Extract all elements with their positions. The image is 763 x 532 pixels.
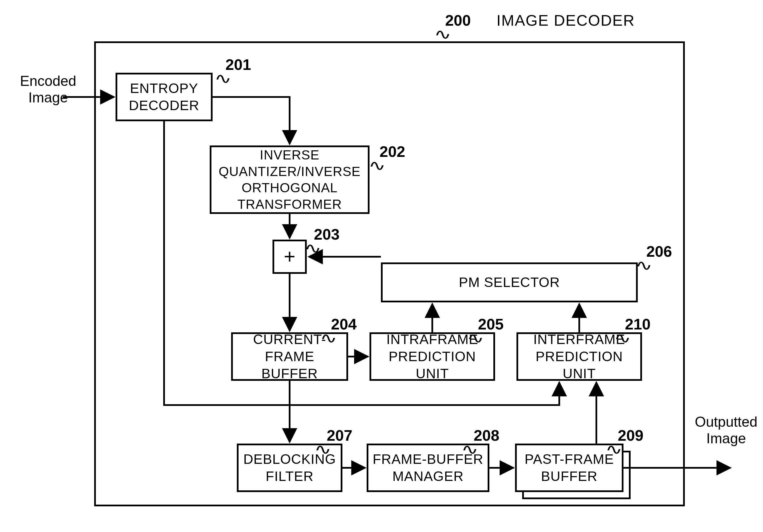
block-pm-selector: PM SELECTOR (381, 263, 638, 302)
tilde-207: ∿ (314, 441, 332, 458)
output-label: Outputted Image (695, 414, 758, 447)
block-pm-selector-label: PM SELECTOR (456, 272, 563, 293)
tilde-200: ∿ (434, 26, 452, 43)
tilde-202: ∿ (369, 157, 386, 174)
tilde-210: ∿ (614, 330, 631, 347)
block-inverse-quantizer-label: INVERSE QUANTIZER/INVERSE ORTHOGONAL TRA… (216, 145, 364, 214)
block-past-frame-buffer-label: PAST-FRAME BUFFER (522, 449, 617, 487)
block-entropy-decoder-label: ENTROPY DECODER (126, 78, 202, 116)
tilde-208: ∿ (461, 441, 479, 458)
tilde-201: ∿ (214, 70, 232, 87)
block-adder-label: + (281, 243, 298, 271)
diagram-title: IMAGE DECODER (496, 11, 635, 29)
tilde-206: ∿ (635, 257, 653, 274)
tilde-204: ∿ (320, 330, 338, 347)
tilde-209: ∿ (605, 441, 623, 458)
tilde-203: ∿ (304, 240, 322, 257)
block-adder: + (272, 240, 307, 274)
input-label: Encoded Image (20, 73, 76, 106)
block-entropy-decoder: ENTROPY DECODER (116, 73, 213, 121)
block-inverse-quantizer: INVERSE QUANTIZER/INVERSE ORTHOGONAL TRA… (210, 146, 370, 214)
diagram-canvas: 200 ∿ IMAGE DECODER Encoded Image Output… (0, 0, 763, 532)
tilde-205: ∿ (467, 330, 485, 347)
